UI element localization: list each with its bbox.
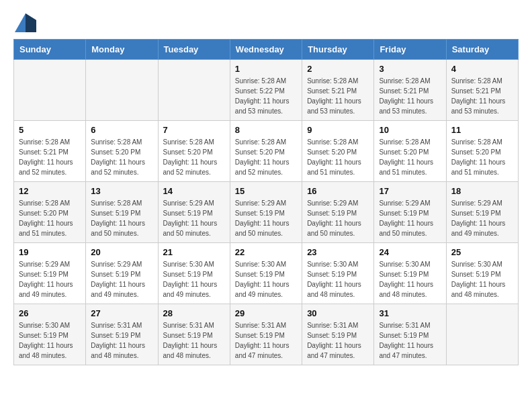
day-info: Sunrise: 5:31 AMSunset: 5:19 PMDaylight:… xyxy=(235,320,297,361)
day-number: 11 xyxy=(451,125,513,135)
day-number: 13 xyxy=(91,186,152,196)
day-number: 24 xyxy=(379,247,441,257)
day-number: 25 xyxy=(451,247,513,257)
day-number: 26 xyxy=(19,308,81,318)
day-number: 29 xyxy=(235,308,297,318)
day-number: 27 xyxy=(91,308,152,318)
day-cell: 5Sunrise: 5:28 AMSunset: 5:21 PMDaylight… xyxy=(14,121,86,182)
day-number: 5 xyxy=(19,125,81,135)
day-cell: 3Sunrise: 5:28 AMSunset: 5:21 PMDaylight… xyxy=(374,60,446,121)
day-number: 1 xyxy=(235,64,297,74)
day-info: Sunrise: 5:28 AMSunset: 5:21 PMDaylight:… xyxy=(19,137,81,177)
day-cell: 6Sunrise: 5:28 AMSunset: 5:20 PMDaylight… xyxy=(86,121,158,182)
week-row-3: 12Sunrise: 5:28 AMSunset: 5:20 PMDayligh… xyxy=(14,182,519,243)
day-cell: 21Sunrise: 5:30 AMSunset: 5:19 PMDayligh… xyxy=(158,243,230,304)
day-cell xyxy=(14,60,86,121)
day-info: Sunrise: 5:29 AMSunset: 5:19 PMDaylight:… xyxy=(379,198,441,238)
day-cell: 28Sunrise: 5:31 AMSunset: 5:19 PMDayligh… xyxy=(158,304,230,365)
day-header-thursday: Thursday xyxy=(302,40,374,60)
day-cell: 22Sunrise: 5:30 AMSunset: 5:19 PMDayligh… xyxy=(230,243,302,304)
day-cell: 8Sunrise: 5:28 AMSunset: 5:20 PMDaylight… xyxy=(230,121,302,182)
day-cell: 4Sunrise: 5:28 AMSunset: 5:21 PMDaylight… xyxy=(446,60,518,121)
day-info: Sunrise: 5:29 AMSunset: 5:19 PMDaylight:… xyxy=(91,259,152,300)
day-header-saturday: Saturday xyxy=(446,40,518,60)
day-number: 2 xyxy=(307,64,369,74)
day-cell: 26Sunrise: 5:30 AMSunset: 5:19 PMDayligh… xyxy=(14,304,86,365)
day-number: 19 xyxy=(19,247,81,257)
day-cell: 9Sunrise: 5:28 AMSunset: 5:20 PMDaylight… xyxy=(302,121,374,182)
day-info: Sunrise: 5:30 AMSunset: 5:19 PMDaylight:… xyxy=(19,320,81,361)
day-cell: 30Sunrise: 5:31 AMSunset: 5:19 PMDayligh… xyxy=(302,304,374,365)
day-info: Sunrise: 5:30 AMSunset: 5:19 PMDaylight:… xyxy=(307,259,369,300)
day-number: 10 xyxy=(379,125,441,135)
day-info: Sunrise: 5:28 AMSunset: 5:20 PMDaylight:… xyxy=(235,137,297,177)
day-cell: 23Sunrise: 5:30 AMSunset: 5:19 PMDayligh… xyxy=(302,243,374,304)
day-cell xyxy=(86,60,158,121)
day-cell: 1Sunrise: 5:28 AMSunset: 5:22 PMDaylight… xyxy=(230,60,302,121)
page-header xyxy=(13,13,519,32)
day-number: 23 xyxy=(307,247,369,257)
day-cell: 27Sunrise: 5:31 AMSunset: 5:19 PMDayligh… xyxy=(86,304,158,365)
day-info: Sunrise: 5:28 AMSunset: 5:20 PMDaylight:… xyxy=(379,137,441,177)
svg-marker-1 xyxy=(26,13,36,32)
day-number: 30 xyxy=(307,308,369,318)
day-header-monday: Monday xyxy=(86,40,158,60)
day-cell: 25Sunrise: 5:30 AMSunset: 5:19 PMDayligh… xyxy=(446,243,518,304)
day-info: Sunrise: 5:28 AMSunset: 5:21 PMDaylight:… xyxy=(307,76,369,116)
day-number: 31 xyxy=(379,308,441,318)
day-number: 28 xyxy=(163,308,225,318)
week-row-5: 26Sunrise: 5:30 AMSunset: 5:19 PMDayligh… xyxy=(14,304,519,365)
day-cell: 29Sunrise: 5:31 AMSunset: 5:19 PMDayligh… xyxy=(230,304,302,365)
day-header-friday: Friday xyxy=(374,40,446,60)
day-number: 22 xyxy=(235,247,297,257)
logo xyxy=(13,13,36,32)
day-number: 8 xyxy=(235,125,297,135)
day-info: Sunrise: 5:28 AMSunset: 5:19 PMDaylight:… xyxy=(91,198,152,238)
day-number: 16 xyxy=(307,186,369,196)
day-header-wednesday: Wednesday xyxy=(230,40,302,60)
day-cell xyxy=(158,60,230,121)
day-info: Sunrise: 5:28 AMSunset: 5:20 PMDaylight:… xyxy=(307,137,369,177)
day-info: Sunrise: 5:30 AMSunset: 5:19 PMDaylight:… xyxy=(451,259,513,300)
day-info: Sunrise: 5:29 AMSunset: 5:19 PMDaylight:… xyxy=(235,198,297,238)
day-number: 20 xyxy=(91,247,152,257)
day-header-sunday: Sunday xyxy=(14,40,86,60)
day-cell: 17Sunrise: 5:29 AMSunset: 5:19 PMDayligh… xyxy=(374,182,446,243)
day-number: 3 xyxy=(379,64,441,74)
week-row-2: 5Sunrise: 5:28 AMSunset: 5:21 PMDaylight… xyxy=(14,121,519,182)
day-number: 4 xyxy=(451,64,513,74)
day-header-tuesday: Tuesday xyxy=(158,40,230,60)
day-info: Sunrise: 5:28 AMSunset: 5:20 PMDaylight:… xyxy=(451,137,513,177)
day-info: Sunrise: 5:29 AMSunset: 5:19 PMDaylight:… xyxy=(307,198,369,238)
day-info: Sunrise: 5:31 AMSunset: 5:19 PMDaylight:… xyxy=(307,320,369,361)
day-cell: 10Sunrise: 5:28 AMSunset: 5:20 PMDayligh… xyxy=(374,121,446,182)
day-number: 9 xyxy=(307,125,369,135)
day-info: Sunrise: 5:28 AMSunset: 5:21 PMDaylight:… xyxy=(451,76,513,116)
day-cell: 2Sunrise: 5:28 AMSunset: 5:21 PMDaylight… xyxy=(302,60,374,121)
day-number: 21 xyxy=(163,247,225,257)
day-cell: 14Sunrise: 5:29 AMSunset: 5:19 PMDayligh… xyxy=(158,182,230,243)
day-info: Sunrise: 5:28 AMSunset: 5:20 PMDaylight:… xyxy=(91,137,152,177)
day-cell: 20Sunrise: 5:29 AMSunset: 5:19 PMDayligh… xyxy=(86,243,158,304)
day-number: 12 xyxy=(19,186,81,196)
day-cell: 31Sunrise: 5:31 AMSunset: 5:19 PMDayligh… xyxy=(374,304,446,365)
day-cell: 24Sunrise: 5:30 AMSunset: 5:19 PMDayligh… xyxy=(374,243,446,304)
day-number: 7 xyxy=(163,125,225,135)
logo-icon xyxy=(15,13,36,32)
day-info: Sunrise: 5:28 AMSunset: 5:20 PMDaylight:… xyxy=(19,198,81,238)
day-info: Sunrise: 5:29 AMSunset: 5:19 PMDaylight:… xyxy=(163,198,225,238)
day-info: Sunrise: 5:31 AMSunset: 5:19 PMDaylight:… xyxy=(91,320,152,361)
day-cell: 15Sunrise: 5:29 AMSunset: 5:19 PMDayligh… xyxy=(230,182,302,243)
day-info: Sunrise: 5:29 AMSunset: 5:19 PMDaylight:… xyxy=(451,198,513,238)
day-cell: 12Sunrise: 5:28 AMSunset: 5:20 PMDayligh… xyxy=(14,182,86,243)
day-info: Sunrise: 5:31 AMSunset: 5:19 PMDaylight:… xyxy=(163,320,225,361)
day-cell: 7Sunrise: 5:28 AMSunset: 5:20 PMDaylight… xyxy=(158,121,230,182)
day-info: Sunrise: 5:28 AMSunset: 5:20 PMDaylight:… xyxy=(163,137,225,177)
day-info: Sunrise: 5:29 AMSunset: 5:19 PMDaylight:… xyxy=(19,259,81,300)
day-number: 15 xyxy=(235,186,297,196)
day-cell: 18Sunrise: 5:29 AMSunset: 5:19 PMDayligh… xyxy=(446,182,518,243)
day-info: Sunrise: 5:31 AMSunset: 5:19 PMDaylight:… xyxy=(379,320,441,361)
day-number: 18 xyxy=(451,186,513,196)
day-number: 14 xyxy=(163,186,225,196)
day-cell: 11Sunrise: 5:28 AMSunset: 5:20 PMDayligh… xyxy=(446,121,518,182)
